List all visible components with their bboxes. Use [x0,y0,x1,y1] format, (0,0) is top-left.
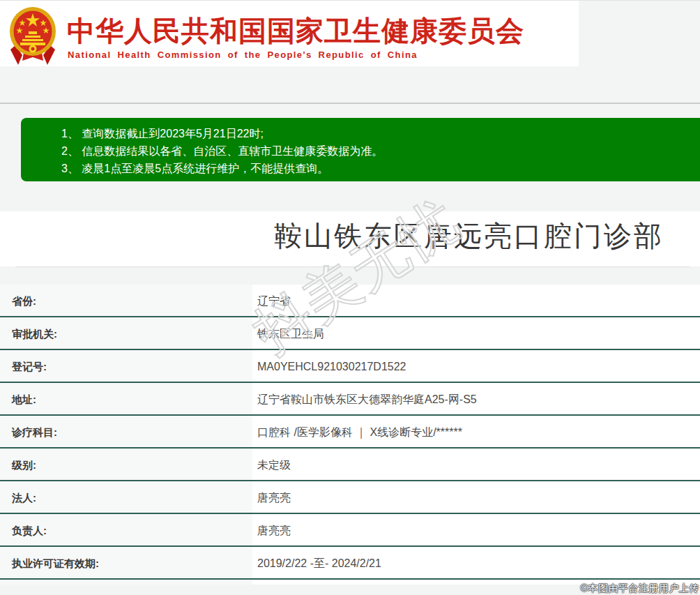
row-label: 诊疗科目: [0,416,252,447]
table-row: 诊疗科目:口腔科 /医学影像科 ｜ X线诊断专业/****** [0,416,700,449]
table-row: 审批机关:铁东区卫生局 [0,317,700,350]
row-value: MA0YEHCL921030217D1522 [252,350,700,382]
table-row: 法人:唐亮亮 [0,481,700,514]
site-title-english: National Health Commission of the People… [68,50,570,60]
row-label: 审批机关: [0,317,252,349]
site-header: 中华人民共和国国家卫生健康委员会 National Health Commiss… [0,1,579,66]
table-row-partial [0,580,700,585]
table-row: 地址:辽宁省鞍山市铁东区大德翠韵华庭A25-网-S5 [0,383,700,416]
result-title-band: 鞍山铁东区唐远亮口腔门诊部 [0,211,700,266]
row-value: 唐亮亮 [252,481,700,513]
institution-name-title: 鞍山铁东区唐远亮口腔门诊部 [274,217,664,255]
notice-line: 3、 凌晨1点至凌晨5点系统进行维护，不能提供查询。 [61,160,700,177]
table-row: 负责人:唐亮亮 [0,514,700,547]
row-value: 辽宁省 [252,285,700,316]
table-row: 省份:辽宁省 [0,285,700,317]
row-label: 登记号: [0,350,252,382]
row-value: 2019/2/22 -至- 2024/2/21 [252,547,700,578]
row-label-stub [0,580,252,585]
row-value: 口腔科 /医学影像科 ｜ X线诊断专业/****** [252,416,700,447]
row-label: 执业许可证有效期: [0,547,252,578]
row-label: 省份: [0,285,252,316]
row-value-stub [252,580,700,585]
row-value: 唐亮亮 [252,514,700,545]
prc-national-emblem-icon [8,5,57,66]
site-title-chinese: 中华人民共和国国家卫生健康委员会 [67,12,569,50]
row-label: 负责人: [0,514,252,545]
row-label: 级别: [0,449,252,480]
info-table: 省份:辽宁省审批机关:铁东区卫生局登记号:MA0YEHCL921030217D1… [0,285,700,585]
row-label: 法人: [0,481,252,513]
row-label: 地址: [0,383,252,414]
header-divider-line [0,103,700,104]
row-value: 铁东区卫生局 [252,317,700,349]
notice-line: 2、 信息数据结果以各省、自治区、直辖市卫生健康委数据为准。 [61,142,700,160]
row-value: 未定级 [252,449,700,480]
query-result-page: 中华人民共和国国家卫生健康委员会 National Health Commiss… [0,0,700,595]
table-row: 登记号:MA0YEHCL921030217D1522 [0,350,700,383]
notice-line: 1、 查询数据截止到2023年5月21日22时; [61,125,700,142]
table-row: 级别:未定级 [0,449,700,481]
table-row: 执业许可证有效期:2019/2/22 -至- 2024/2/21 [0,547,700,580]
title-underline [15,266,690,267]
notice-box: 1、 查询数据截止到2023年5月21日22时;2、 信息数据结果以各省、自治区… [21,118,700,181]
row-value: 辽宁省鞍山市铁东区大德翠韵华庭A25-网-S5 [252,383,700,414]
